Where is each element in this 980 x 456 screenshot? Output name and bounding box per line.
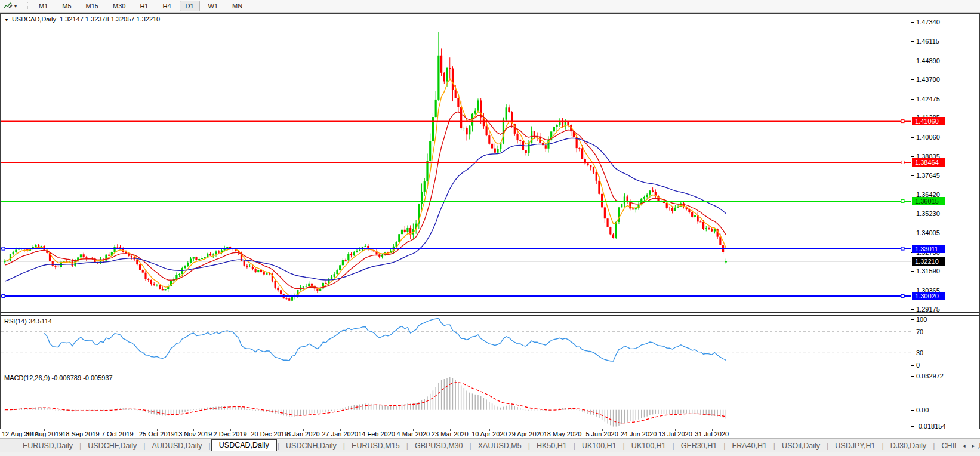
- chart-tab-ger30-h1[interactable]: GER30,H1: [675, 440, 723, 451]
- chart-tab-usdcnh-daily[interactable]: USDCNH,Daily: [280, 440, 343, 451]
- price-axis-tick: 1.35230: [911, 210, 940, 217]
- chart-tab-fra40-h1[interactable]: FRA40,H1: [726, 440, 773, 451]
- date-axis-label: 25 Oct 2019: [139, 430, 175, 437]
- date-axis-label: 14 Feb 2020: [358, 430, 395, 437]
- date-axis-label: 5 Jun 2020: [585, 430, 618, 437]
- price-axis-tick: 1.46115: [911, 38, 939, 45]
- timeframe-button-h4[interactable]: H4: [156, 1, 177, 11]
- tab-separator: |: [827, 442, 828, 450]
- date-axis-label: 10 Apr 2020: [471, 430, 507, 437]
- price-axis-tick: 1.47340: [911, 19, 940, 26]
- tab-scroll-right-icon[interactable]: ►: [971, 443, 976, 449]
- date-axis-label: 31 Jul 2020: [695, 430, 729, 437]
- date-axis-label: 18 Sep 2019: [62, 430, 99, 437]
- price-axis-tick: 1.43700: [911, 76, 940, 83]
- date-axis-label: 2 Dec 2019: [213, 430, 246, 437]
- chart-tab-eurusd-daily[interactable]: EURUSD,Daily: [17, 440, 79, 451]
- tab-scroll-left-icon[interactable]: ◄: [961, 443, 966, 449]
- tab-separator: |: [623, 442, 625, 450]
- price-axis-tick: 1.29175: [911, 306, 940, 312]
- tab-separator: |: [406, 442, 408, 450]
- date-axis[interactable]: 12 Aug 201930 Aug 201918 Sep 20197 Oct 2…: [0, 429, 980, 438]
- tab-separator: |: [343, 442, 345, 450]
- date-axis-label: 7 Oct 2019: [101, 430, 134, 437]
- date-axis-label: 20 Dec 2019: [251, 430, 288, 437]
- tab-separator: |: [723, 442, 725, 450]
- price-axis-tick: 1.31590: [911, 267, 940, 275]
- chart-tab-bar: EURUSD,Daily|USDCHF,Daily|AUDUSD,Daily|U…: [0, 438, 980, 452]
- macd-label: MACD(12,26,9) -0.006789 -0.005937: [4, 374, 113, 381]
- tab-separator: |: [773, 442, 775, 450]
- chart-tab-usdjpy-h1[interactable]: USDJPY,H1: [829, 440, 881, 451]
- macd-chart-canvas[interactable]: [1, 372, 911, 430]
- price-panel: ▼USDCAD,Daily 1.32147 1.32378 1.32057 1.…: [1, 14, 979, 312]
- macd-axis-tick: 0.032972: [911, 372, 944, 380]
- hline-price-tag: 1.38464: [912, 158, 945, 167]
- chart-tab-eurusd-m15[interactable]: EURUSD,M15: [346, 440, 406, 451]
- macd-panel: MACD(12,26,9) -0.006789 -0.005937 0.0329…: [1, 372, 979, 430]
- chart-tab-dj30-daily[interactable]: DJ30,Daily: [885, 440, 932, 451]
- date-axis-label: 27 Jan 2020: [322, 430, 358, 437]
- timeframe-button-m1[interactable]: M1: [33, 1, 54, 11]
- chart-tab-audusd-daily[interactable]: AUDUSD,Daily: [146, 440, 208, 451]
- tab-separator: |: [143, 442, 145, 450]
- timeframe-button-w1[interactable]: W1: [202, 1, 224, 11]
- chart-tab-uk100-h1[interactable]: UK100,H1: [625, 440, 672, 451]
- price-axis-tick: 1.44890: [911, 57, 940, 64]
- hline-price-tag: 1.36015: [912, 197, 945, 205]
- timeframe-button-mn[interactable]: MN: [226, 1, 248, 11]
- rsi-chart-canvas[interactable]: [1, 316, 911, 369]
- tab-separator: |: [574, 442, 575, 450]
- rsi-panel: RSI(14) 34.5114 10070300: [1, 316, 979, 369]
- date-axis-label: 23 Mar 2020: [432, 430, 469, 437]
- timeframe-button-h1[interactable]: H1: [134, 1, 154, 11]
- tab-separator: |: [209, 442, 211, 450]
- date-axis-label: 24 Jun 2020: [621, 430, 657, 437]
- date-axis-label: 13 Nov 2019: [175, 430, 212, 437]
- price-axis-tick: 1.34005: [911, 229, 940, 236]
- date-axis-label: 29 Apr 2020: [509, 430, 544, 437]
- tab-separator: |: [470, 442, 471, 450]
- rsi-label: RSI(14) 34.5114: [4, 318, 52, 325]
- price-chart-canvas[interactable]: [1, 14, 911, 312]
- rsi-axis-tick: 70: [911, 328, 923, 335]
- rsi-axis[interactable]: 10070300: [911, 316, 979, 369]
- tab-separator: |: [882, 442, 883, 450]
- tab-scroll-buttons: ◄ ►: [956, 439, 978, 452]
- chart-tools-caret-icon[interactable]: ▾: [14, 4, 17, 9]
- chart-tab-gbpusd-m30[interactable]: GBPUSD,M30: [409, 440, 469, 451]
- chart-tab-hk50-h1[interactable]: HK50,H1: [531, 440, 573, 451]
- timeframe-button-d1[interactable]: D1: [180, 1, 200, 11]
- hline-price-tag: 1.41060: [912, 117, 945, 125]
- date-axis-label: 8 Jan 2020: [287, 430, 319, 437]
- price-axis[interactable]: 1.473401.461151.448901.437001.424751.412…: [911, 14, 979, 312]
- chart-tab-usdcad-daily[interactable]: USDCAD,Daily: [211, 439, 277, 451]
- chart-tab-xauusd-m5[interactable]: XAUUSD,M5: [472, 440, 528, 451]
- timeframe-button-m5[interactable]: M5: [56, 1, 77, 11]
- date-axis-label: 4 Mar 2020: [397, 430, 430, 437]
- rsi-axis-tick: 30: [911, 349, 923, 356]
- price-axis-tick: 1.42475: [911, 95, 940, 103]
- date-axis-label: 18 May 2020: [544, 430, 582, 437]
- hline-price-tag: 1.30020: [912, 292, 945, 300]
- chart-title-line: ▼USDCAD,Daily 1.32147 1.32378 1.32057 1.…: [4, 16, 160, 23]
- price-axis-tick: 1.40060: [911, 134, 940, 141]
- date-axis-label: 13 Jul 2020: [658, 430, 692, 437]
- price-axis-tick: 1.37645: [911, 172, 940, 179]
- chart-ohlc-values: 1.32147 1.32378 1.32057 1.32210: [60, 16, 160, 23]
- chart-tab-usdchf-daily[interactable]: USDCHF,Daily: [82, 440, 143, 451]
- chart-collapse-icon[interactable]: ▼: [4, 17, 9, 23]
- timeframe-button-m15[interactable]: M15: [80, 1, 104, 11]
- tab-separator: |: [933, 442, 935, 450]
- rsi-axis-tick: 0: [911, 362, 920, 369]
- top-toolbar: ▾ M1M5M15M30H1H4D1W1MN: [0, 0, 980, 13]
- timeframe-button-m30[interactable]: M30: [107, 1, 131, 11]
- chart-tab-uk100-h1[interactable]: UK100,H1: [576, 440, 622, 451]
- tab-separator: |: [278, 442, 279, 450]
- bid-price-tag: 1.32210: [912, 257, 945, 266]
- chart-tab-usoil-daily[interactable]: USOil,Daily: [776, 440, 826, 451]
- macd-axis[interactable]: 0.0329720.00-0.018154: [911, 372, 979, 430]
- chart-tools-icon[interactable]: [4, 1, 13, 11]
- toolbar-separator: [24, 2, 28, 10]
- tab-separator: |: [79, 442, 81, 450]
